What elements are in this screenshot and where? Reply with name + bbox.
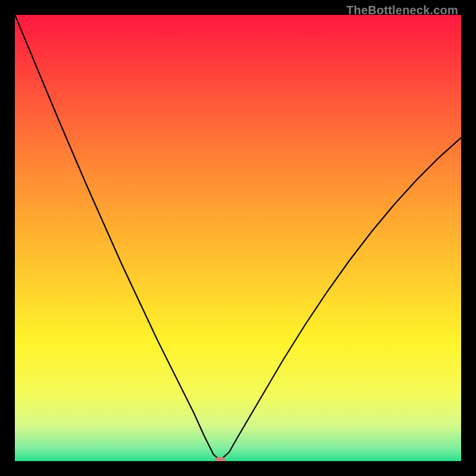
watermark-text: TheBottleneck.com [346,4,458,17]
gradient-background [15,15,461,461]
chart-frame: TheBottleneck.com [0,0,476,476]
optimal-point-marker [215,457,226,462]
plot-area [15,15,461,461]
bottleneck-chart-svg [15,15,461,461]
